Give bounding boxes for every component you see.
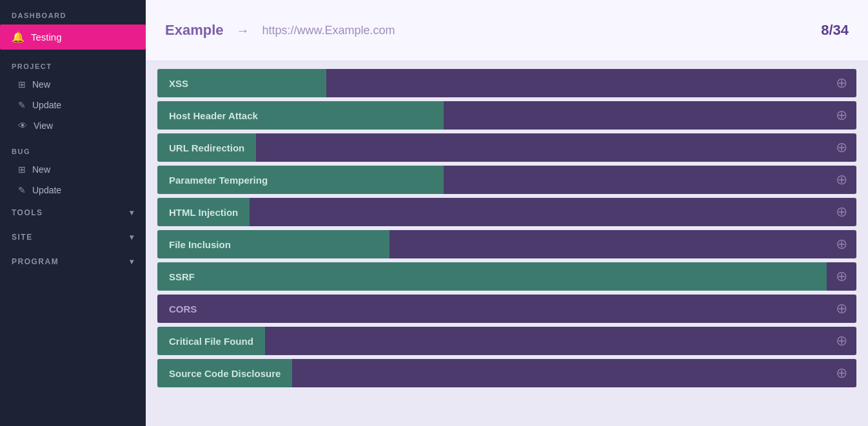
sidebar-program-toggle[interactable]: PROGRAM ▾ bbox=[0, 249, 146, 274]
header-count: 8/34 bbox=[821, 22, 849, 39]
chevron-down-icon: ▾ bbox=[130, 257, 135, 266]
vuln-row[interactable]: URL Redirection ⊕ bbox=[157, 133, 856, 162]
new-icon: ⊞ bbox=[18, 79, 26, 90]
vuln-name: Parameter Tempering bbox=[157, 166, 444, 194]
main-panel: Example → https://www.Example.com 8/34 X… bbox=[146, 0, 868, 426]
vuln-row[interactable]: HTML Injection ⊕ bbox=[157, 198, 856, 226]
sidebar-item-label: New bbox=[32, 79, 50, 90]
add-vuln-button[interactable]: ⊕ bbox=[827, 327, 856, 355]
vuln-row[interactable]: Parameter Tempering ⊕ bbox=[157, 166, 856, 194]
chevron-down-icon: ▾ bbox=[130, 208, 135, 217]
sidebar-tools-toggle[interactable]: TOOLS ▾ bbox=[0, 200, 146, 225]
vuln-name: HTML Injection bbox=[157, 198, 250, 226]
dashboard-label: DASHBOARD bbox=[0, 0, 146, 23]
add-vuln-button[interactable]: ⊕ bbox=[827, 166, 856, 194]
bug-label: BUG bbox=[0, 136, 146, 159]
add-vuln-button[interactable]: ⊕ bbox=[827, 101, 856, 130]
add-vuln-button[interactable]: ⊕ bbox=[827, 262, 856, 291]
header-url: https://www.Example.com bbox=[262, 24, 809, 37]
header-bar: Example → https://www.Example.com 8/34 bbox=[146, 0, 868, 61]
view-icon: 👁 bbox=[18, 121, 27, 131]
sidebar-item-project-new[interactable]: ⊞ New bbox=[0, 74, 146, 95]
sidebar-item-bug-update[interactable]: ✎ Update bbox=[0, 180, 146, 200]
vuln-row[interactable]: CORS ⊕ bbox=[157, 295, 856, 323]
chevron-down-icon: ▾ bbox=[130, 233, 135, 242]
vuln-name: File Inclusion bbox=[157, 230, 390, 258]
add-vuln-button[interactable]: ⊕ bbox=[827, 133, 856, 162]
vuln-name: URL Redirection bbox=[157, 133, 256, 162]
add-vuln-button[interactable]: ⊕ bbox=[827, 69, 856, 97]
sidebar-item-bug-new[interactable]: ⊞ New bbox=[0, 159, 146, 180]
vuln-row[interactable]: SSRF ⊕ bbox=[157, 262, 856, 291]
sidebar: DASHBOARD 🔔 Testing PROJECT ⊞ New ✎ Upda… bbox=[0, 0, 146, 426]
sidebar-item-label: Update bbox=[32, 185, 61, 195]
add-vuln-button[interactable]: ⊕ bbox=[827, 295, 856, 323]
vuln-row[interactable]: Host Header Attack ⊕ bbox=[157, 101, 856, 130]
vuln-name: Host Header Attack bbox=[157, 101, 444, 130]
add-vuln-button[interactable]: ⊕ bbox=[827, 359, 856, 387]
sidebar-site-toggle[interactable]: SITE ▾ bbox=[0, 225, 146, 249]
vuln-row[interactable]: Critical File Found ⊕ bbox=[157, 327, 856, 355]
vuln-row[interactable]: Source Code Disclosure ⊕ bbox=[157, 359, 856, 387]
active-item-label: Testing bbox=[31, 32, 62, 43]
vuln-name: Source Code Disclosure bbox=[157, 359, 292, 387]
alert-icon: 🔔 bbox=[12, 31, 25, 43]
program-label: PROGRAM bbox=[12, 257, 59, 266]
new-icon: ⊞ bbox=[18, 164, 26, 175]
vuln-name: CORS bbox=[157, 295, 827, 323]
vuln-row[interactable]: XSS ⊕ bbox=[157, 69, 856, 97]
vuln-name: XSS bbox=[157, 69, 326, 97]
sidebar-item-project-view[interactable]: 👁 View bbox=[0, 115, 146, 136]
edit-icon: ✎ bbox=[18, 100, 26, 110]
edit-icon: ✎ bbox=[18, 185, 26, 195]
add-vuln-button[interactable]: ⊕ bbox=[827, 230, 856, 258]
sidebar-item-testing[interactable]: 🔔 Testing bbox=[0, 24, 146, 50]
sidebar-item-project-update[interactable]: ✎ Update bbox=[0, 95, 146, 115]
project-label: PROJECT bbox=[0, 51, 146, 74]
site-label: SITE bbox=[12, 233, 33, 242]
vuln-row[interactable]: File Inclusion ⊕ bbox=[157, 230, 856, 258]
sidebar-item-label: View bbox=[34, 121, 53, 131]
sidebar-item-label: New bbox=[32, 164, 50, 175]
vuln-name: Critical File Found bbox=[157, 327, 265, 355]
add-vuln-button[interactable]: ⊕ bbox=[827, 198, 856, 226]
arrow-icon: → bbox=[237, 23, 250, 38]
sidebar-item-label: Update bbox=[32, 100, 61, 110]
content-area: XSS ⊕ Host Header Attack ⊕ URL Redirecti… bbox=[146, 61, 868, 426]
header-example-label: Example bbox=[165, 22, 224, 39]
tools-label: TOOLS bbox=[12, 208, 43, 217]
vuln-name: SSRF bbox=[157, 262, 827, 291]
